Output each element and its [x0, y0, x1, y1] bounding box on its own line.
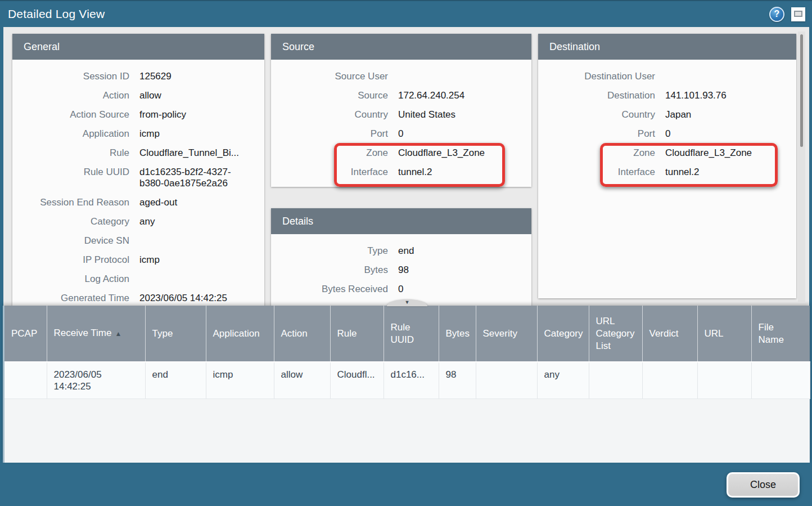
field-value: end — [398, 245, 517, 257]
column-header-rule[interactable]: Rule — [330, 306, 384, 362]
titlebar-icons: ? — [769, 7, 805, 22]
field-row: RuleCloudflare_Tunnel_Bi... — [12, 144, 250, 163]
table-cell: allow — [274, 362, 330, 398]
column-header-verdict[interactable]: Verdict — [642, 306, 697, 362]
field-row: Source User — [271, 67, 517, 86]
table-row[interactable]: 2023/06/05 14:42:25endicmpallowCloudfl..… — [4, 362, 810, 398]
column-header-pcap[interactable]: PCAP — [4, 306, 47, 362]
field-row: CountryUnited States — [271, 105, 517, 124]
field-value: 0 — [665, 128, 782, 140]
field-value — [398, 71, 517, 82]
field-row: ZoneCloudflare_L3_Zone — [538, 144, 782, 163]
field-value: United States — [398, 109, 517, 120]
field-label: IP Protocol — [12, 254, 129, 266]
details-panel-body: TypeendBytes98Bytes Received0 — [271, 234, 531, 305]
field-value: 141.101.93.76 — [665, 90, 782, 101]
table-cell: 2023/06/05 14:42:25 — [47, 362, 145, 398]
field-value: from-policy — [139, 109, 250, 120]
field-row: Generated Time2023/06/05 14:42:25 — [12, 289, 250, 306]
help-icon[interactable]: ? — [769, 7, 784, 22]
field-label: Source User — [271, 71, 388, 82]
field-row: Bytes98 — [271, 261, 517, 280]
field-row: Categoryany — [12, 212, 250, 231]
table-cell: d1c16... — [384, 362, 439, 398]
field-label: Zone — [271, 147, 388, 159]
table-cell — [4, 362, 47, 398]
field-row: CountryJapan — [538, 105, 782, 124]
field-label: Bytes Received — [271, 284, 388, 295]
field-row: Interfacetunnel.2 — [538, 163, 782, 182]
field-row: Log Action — [12, 270, 250, 289]
field-label: Log Action — [12, 274, 129, 285]
log-table-section: ▼ PCAPReceive Time▲TypeApplicationAction… — [3, 306, 810, 463]
close-button[interactable]: Close — [727, 472, 800, 498]
field-label: Bytes — [271, 265, 388, 276]
column-header-type[interactable]: Type — [145, 306, 206, 362]
field-label: Generated Time — [12, 293, 129, 304]
field-label: Device SN — [12, 235, 129, 247]
field-row: Action Sourcefrom-policy — [12, 105, 250, 124]
table-cell — [642, 362, 697, 398]
column-header-application[interactable]: Application — [206, 306, 274, 362]
page-title: Detailed Log View — [8, 7, 105, 21]
field-row: Source172.64.240.254 — [271, 86, 517, 105]
field-label: Session End Reason — [12, 197, 129, 208]
general-panel-header: General — [12, 34, 264, 60]
window-restore-icon[interactable] — [791, 7, 805, 21]
field-row: Port0 — [271, 124, 517, 144]
field-row: IP Protocolicmp — [12, 250, 250, 270]
destination-panel-body: Destination UserDestination141.101.93.76… — [538, 60, 796, 187]
field-row: Device SN — [12, 231, 250, 250]
field-label: Country — [271, 109, 388, 120]
destination-panel-header: Destination — [538, 34, 796, 60]
field-value: any — [139, 216, 250, 227]
table-cell — [751, 362, 810, 398]
field-value: tunnel.2 — [665, 167, 782, 178]
source-panel-header: Source — [271, 34, 531, 60]
column-header-url-category-list[interactable]: URL Category List — [589, 306, 642, 362]
field-label: Country — [538, 109, 655, 120]
field-label: Session ID — [12, 71, 129, 82]
field-value: aged-out — [139, 197, 250, 208]
field-label: Destination User — [538, 71, 655, 82]
field-value — [139, 235, 250, 247]
column-header-category[interactable]: Category — [537, 306, 589, 362]
field-row: Actionallow — [12, 86, 250, 105]
field-label: Port — [271, 128, 388, 140]
field-row: Rule UUIDd1c16235-b2f2-4327-b380-0ae1875… — [12, 163, 250, 193]
field-row: Destination User — [538, 67, 782, 86]
field-value: d1c16235-b2f2-4327-b380-0ae1875e2a26 — [139, 167, 250, 189]
field-label: Port — [538, 128, 655, 140]
field-label: Zone — [538, 147, 655, 159]
field-label: Action — [12, 90, 129, 101]
column-header-bytes[interactable]: Bytes — [439, 306, 476, 362]
field-value: 2023/06/05 14:42:25 — [139, 293, 250, 304]
field-value — [139, 274, 250, 285]
general-panel: General Session ID125629ActionallowActio… — [12, 34, 264, 306]
field-value: Cloudflare_Tunnel_Bi... — [139, 147, 250, 159]
field-value: Cloudflare_L3_Zone — [665, 147, 782, 159]
column-header-rule-uuid[interactable]: Rule UUID — [384, 306, 439, 362]
table-cell: Cloudfl... — [330, 362, 384, 398]
field-value: tunnel.2 — [398, 167, 517, 178]
sort-ascending-icon: ▲ — [115, 330, 121, 338]
scrollbar-thumb[interactable] — [800, 34, 803, 147]
column-header-severity[interactable]: Severity — [476, 306, 537, 362]
field-row: Session ID125629 — [12, 67, 250, 86]
source-panel-body: Source UserSource172.64.240.254CountryUn… — [271, 60, 531, 187]
column-header-file-name[interactable]: File Name — [751, 306, 810, 362]
column-header-receive-time[interactable]: Receive Time▲ — [47, 306, 145, 362]
column-header-action[interactable]: Action — [274, 306, 330, 362]
field-label: Action Source — [12, 109, 129, 120]
vertical-scrollbar[interactable] — [798, 32, 805, 302]
field-value: 172.64.240.254 — [398, 90, 517, 101]
field-value: 0 — [398, 284, 517, 295]
field-label: Rule UUID — [12, 167, 129, 189]
field-label: Destination — [538, 90, 655, 101]
table-cell: end — [145, 362, 206, 398]
field-value — [665, 71, 782, 82]
field-row: Applicationicmp — [12, 124, 250, 144]
field-label: Interface — [271, 167, 388, 178]
table-cell — [697, 362, 751, 398]
column-header-url[interactable]: URL — [697, 306, 751, 362]
